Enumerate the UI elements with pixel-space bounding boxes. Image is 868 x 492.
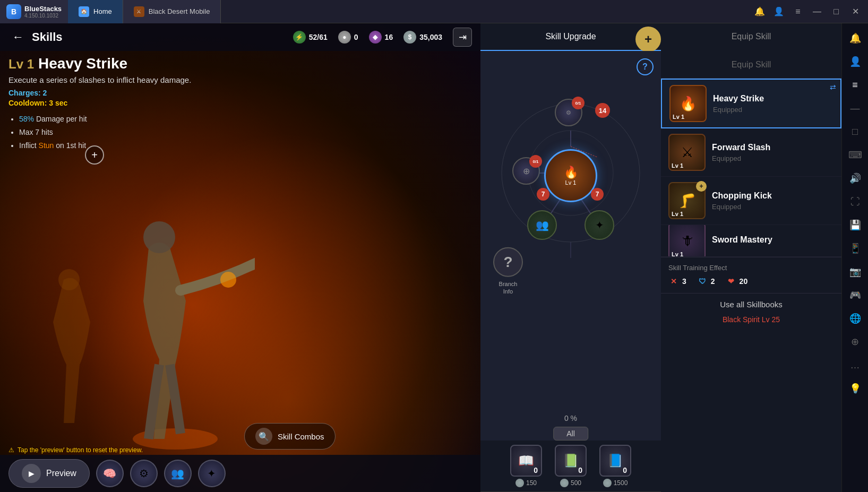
skill-cooldown: Cooldown: 3 sec xyxy=(8,99,191,107)
skill-effect-2: Max 7 hits xyxy=(19,126,191,139)
skill-btn-3[interactable]: 👥 xyxy=(164,460,192,487)
panel-tabs: Skill Upgrade + Equip Skill xyxy=(480,23,841,51)
skillbook-1[interactable]: 📖 0 150 xyxy=(510,445,542,487)
skill-item-sword-mastery[interactable]: 🗡 Lv 1 Sword Mastery xyxy=(661,225,841,257)
skill-btn-4[interactable]: ✦ xyxy=(198,460,226,487)
purple-value: 16 xyxy=(385,33,393,41)
help-icon[interactable]: ? xyxy=(637,58,654,75)
heavy-strike-info: Heavy Strike Equipped xyxy=(713,94,833,114)
branch-info-icon[interactable]: ? xyxy=(493,247,523,277)
skill-btn-1[interactable]: 🧠 xyxy=(96,460,124,487)
account-btn[interactable]: 👤 xyxy=(770,3,787,20)
topbar-currency-area: ⚡ 52/61 ● 0 ◆ 16 $ 35,003 ⇥ xyxy=(293,28,472,47)
equip-skill-header: Equip Skill xyxy=(661,51,841,79)
top-node-icon: ⚙ xyxy=(566,109,571,116)
bluestacks-logo: B BlueStacks 4.150.10.1032 xyxy=(0,0,68,23)
panel-body: ? ? BranchInfo xyxy=(480,51,841,492)
sidebar-account-btn[interactable]: 👤 xyxy=(845,51,866,72)
skillbook-2[interactable]: 📗 0 500 xyxy=(555,445,587,487)
use-all-skillbooks-button[interactable]: Use all Skillbooks xyxy=(661,294,841,315)
bottom-left-node[interactable]: 👥 xyxy=(527,210,557,240)
skill-effect-1: 58% Damage per hit xyxy=(19,113,191,126)
notification-btn[interactable]: 🔔 xyxy=(751,3,768,20)
stone-value: 0 xyxy=(354,33,358,41)
skill-name: Heavy Strike xyxy=(38,55,127,72)
tab-equip-skill[interactable]: Equip Skill xyxy=(661,23,841,51)
sword-mastery-icon: 🗡 Lv 1 xyxy=(668,225,706,257)
skill-btn-2[interactable]: ⚙ xyxy=(130,460,158,487)
center-skill-icon: 🔥 xyxy=(564,166,578,179)
page-title: Skills xyxy=(32,30,62,44)
sidebar-gamepad-btn[interactable]: 🎮 xyxy=(845,284,866,306)
skillbook-icon-3: 📘 0 xyxy=(599,445,631,477)
sidebar-keyboard-btn[interactable]: ⌨ xyxy=(845,144,866,166)
skill-info-panel: Lv 1 Heavy Strike Execute a series of sl… xyxy=(8,55,191,153)
branch-info[interactable]: ? BranchInfo xyxy=(493,247,523,296)
bottom-right-node[interactable]: ✦ xyxy=(585,210,614,240)
bs-logo-icon: B xyxy=(6,4,21,19)
sidebar-light-btn[interactable]: 💡 xyxy=(845,378,866,399)
silver-currency: $ 35,003 xyxy=(403,31,442,44)
sidebar-maximize-btn[interactable]: □ xyxy=(845,121,866,142)
left-skill-node[interactable]: ⊕ 0/1 xyxy=(512,157,540,185)
skillbook-3[interactable]: 📘 0 1500 xyxy=(599,445,631,487)
tab-game[interactable]: ⚔ Black Desert Mobile xyxy=(123,0,221,23)
tab-home[interactable]: 🏠 Home xyxy=(68,0,123,23)
sidebar-save-btn[interactable]: 💾 xyxy=(845,214,866,236)
bottom-right-icon: ✦ xyxy=(595,219,604,231)
sidebar-fullscreen-btn[interactable]: ⛶ xyxy=(845,191,866,212)
bottom-bar: ▶ Preview 🧠 ⚙ 👥 ✦ xyxy=(0,455,480,492)
corner-arrows-icon: ⇄ xyxy=(830,83,836,91)
close-btn[interactable]: ✕ xyxy=(847,3,864,20)
skillbook-1-cost: 150 xyxy=(515,479,537,487)
export-button[interactable]: ⇥ xyxy=(453,28,472,47)
right-panel: Skill Upgrade + Equip Skill ? ? BranchIn… xyxy=(480,23,841,492)
exp-value: 52/61 xyxy=(309,33,328,41)
top-node-badge: 0/1 xyxy=(572,97,585,109)
sidebar-globe-btn[interactable]: 🌐 xyxy=(845,308,866,329)
titlebar-left: B BlueStacks 4.150.10.1032 🏠 Home ⚔ Blac… xyxy=(0,0,221,23)
minimize-btn[interactable]: — xyxy=(809,3,826,20)
sidebar-menu-btn[interactable]: ≡ xyxy=(845,74,866,96)
all-button[interactable]: All xyxy=(553,427,588,441)
skill-item-heavy-strike[interactable]: 🔥 Lv 1 Heavy Strike Equipped ⇄ xyxy=(661,79,841,128)
stone-currency: ● 0 xyxy=(338,31,358,44)
main-skill-node[interactable]: 🔥 Lv 1 xyxy=(544,149,597,202)
sidebar-camera-btn[interactable]: 📷 xyxy=(845,261,866,282)
cost-coin-icon-2 xyxy=(560,479,569,487)
skill-combos-button[interactable]: 🔍 Skill Combos xyxy=(244,423,336,450)
forward-slash-info: Forward Slash Equipped xyxy=(712,143,834,162)
sidebar-plus-btn[interactable]: ⊕ xyxy=(845,331,866,352)
tab-skill-upgrade[interactable]: Skill Upgrade xyxy=(480,23,661,51)
skill-item-chopping-kick[interactable]: 🦵 Lv 1 + Chopping Kick Equipped xyxy=(661,177,841,225)
sidebar-notification-btn[interactable]: 🔔 xyxy=(845,28,866,49)
back-button[interactable]: ← xyxy=(8,28,28,47)
chopping-kick-info: Chopping Kick Equipped xyxy=(712,191,834,211)
badge-14: 14 xyxy=(595,103,610,118)
skill-tree-area: ? ? BranchInfo xyxy=(480,51,661,492)
plus-button[interactable]: + xyxy=(635,27,661,52)
maximize-btn[interactable]: □ xyxy=(828,3,845,20)
sidebar-minimize-btn[interactable]: — xyxy=(845,98,866,119)
center-skill-lv: Lv 1 xyxy=(565,179,577,186)
sidebar-volume-btn[interactable]: 🔊 xyxy=(845,168,866,189)
sidebar-more-btn[interactable]: … xyxy=(845,355,866,376)
skillbook-icon-1: 📖 0 xyxy=(510,445,542,477)
sidebar-phone-btn[interactable]: 📱 xyxy=(845,238,866,259)
sword-mastery-info: Sword Mastery xyxy=(712,235,834,247)
search-icon: 🔍 xyxy=(255,428,272,445)
skill-effects: 58% Damage per hit Max 7 hits Inflict St… xyxy=(8,113,191,153)
stone-icon: ● xyxy=(338,31,351,44)
skill-item-forward-slash[interactable]: ⚔ Lv 1 Forward Slash Equipped xyxy=(661,128,841,177)
preview-button[interactable]: ▶ Preview xyxy=(8,459,90,488)
right-sidebar: 🔔 👤 ≡ — □ ⌨ 🔊 ⛶ 💾 📱 📷 🎮 🌐 ⊕ … 💡 xyxy=(841,23,868,492)
top-skill-node[interactable]: ⚙ 0/1 xyxy=(555,99,582,126)
main-content: ← Skills ⚡ 52/61 ● 0 ◆ 16 $ 35,003 xyxy=(0,23,868,492)
progress-text: 0 % xyxy=(564,414,577,422)
game-area: ← Skills ⚡ 52/61 ● 0 ◆ 16 $ 35,003 xyxy=(0,23,480,492)
menu-btn[interactable]: ≡ xyxy=(789,3,806,20)
skillbook-2-count: 0 xyxy=(578,466,582,474)
skillbook-3-cost: 1500 xyxy=(603,479,628,487)
skillbook-3-count: 0 xyxy=(623,466,627,474)
bottom-left-icon: 👥 xyxy=(536,219,549,231)
